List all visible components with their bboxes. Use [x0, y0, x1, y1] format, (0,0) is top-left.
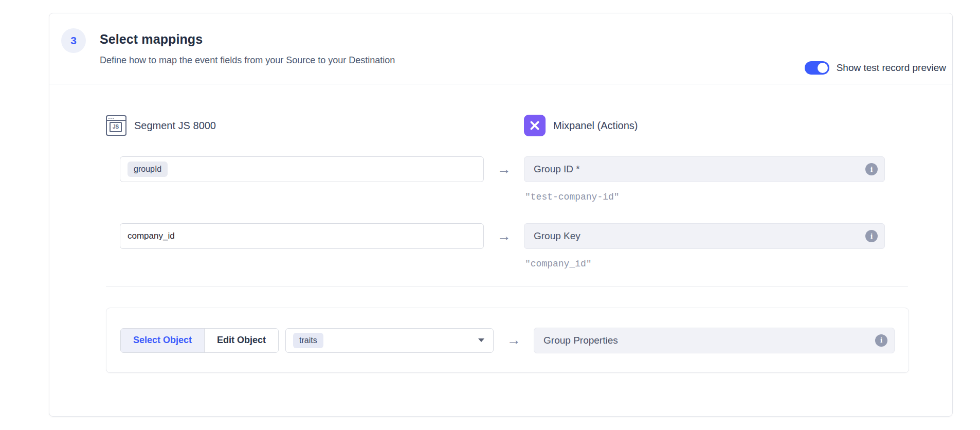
mixpanel-icon — [524, 115, 546, 136]
test-record-preview-value: "company_id" — [525, 259, 885, 269]
destination-field-label: Group ID * — [534, 164, 580, 175]
page-title: Select mappings — [100, 32, 395, 47]
page-subtitle: Define how to map the event fields from … — [100, 55, 395, 66]
object-mode-button-group: Select Object Edit Object — [120, 328, 279, 353]
destination-field-label: Group Properties — [543, 335, 618, 346]
object-select-dropdown[interactable]: traits — [285, 328, 494, 353]
mapping-row: company_id → Group Key i "company_id" — [106, 223, 952, 269]
select-mappings-card: 3 Select mappings Define how to map the … — [49, 13, 953, 417]
header-text: Select mappings Define how to map the ev… — [100, 32, 395, 66]
source-field-input[interactable]: company_id — [120, 223, 484, 249]
select-object-button[interactable]: Select Object — [121, 329, 205, 352]
destination-cell: Group Properties i — [534, 328, 895, 353]
test-record-preview-value: "test-company-id" — [525, 192, 885, 202]
source-value-text: company_id — [128, 231, 175, 241]
toggle-label: Show test record preview — [837, 62, 946, 74]
toggle-knob — [818, 63, 828, 73]
column-headers: JS Segment JS 8000 Mixpanel (Actions) — [106, 114, 952, 137]
destination-column-header: Mixpanel (Actions) — [524, 115, 638, 136]
destination-field: Group Key i — [524, 223, 885, 249]
destination-field-label: Group Key — [534, 230, 580, 242]
destination-field: Group ID * i — [524, 156, 885, 182]
source-cell: groupId — [106, 156, 484, 182]
edit-object-button[interactable]: Edit Object — [205, 329, 278, 352]
destination-field: Group Properties i — [534, 328, 895, 353]
browser-js-icon: JS — [106, 115, 126, 136]
info-icon[interactable]: i — [875, 334, 887, 347]
section-divider — [106, 286, 908, 287]
destination-name: Mixpanel (Actions) — [553, 120, 638, 132]
chevron-down-icon — [478, 338, 484, 342]
step-number-badge: 3 — [61, 28, 86, 53]
selected-object-token[interactable]: traits — [293, 333, 323, 348]
show-test-record-preview-toggle[interactable] — [805, 61, 829, 75]
arrow-right-icon: → — [484, 223, 524, 249]
source-cell: company_id — [106, 223, 484, 249]
source-field-input[interactable]: groupId — [120, 156, 484, 182]
js-icon-label: JS — [110, 122, 122, 132]
object-mapping-box: Select Object Edit Object traits → Group… — [106, 308, 909, 373]
destination-cell: Group Key i "company_id" — [524, 223, 885, 269]
test-record-preview-control: Show test record preview — [805, 61, 946, 75]
info-icon[interactable]: i — [865, 230, 878, 242]
browser-titlebar — [107, 116, 125, 121]
mapping-row: groupId → Group ID * i "test-company-id" — [106, 156, 952, 202]
destination-cell: Group ID * i "test-company-id" — [524, 156, 885, 202]
source-token[interactable]: groupId — [128, 162, 168, 177]
source-name: Segment JS 8000 — [134, 120, 216, 132]
source-column-header: JS Segment JS 8000 — [106, 115, 524, 136]
card-header: 3 Select mappings Define how to map the … — [49, 13, 952, 84]
arrow-right-icon: → — [494, 332, 534, 348]
arrow-right-icon: → — [484, 156, 524, 182]
info-icon[interactable]: i — [865, 163, 878, 175]
